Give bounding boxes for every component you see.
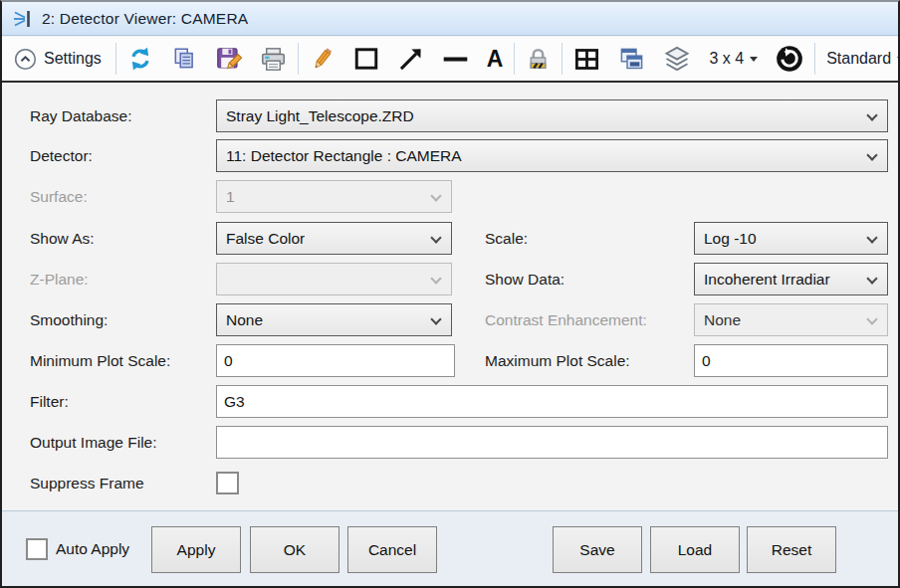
detector-viewer-window: 2: Detector Viewer: CAMERA Settings bbox=[0, 0, 900, 588]
filter-label: Filter: bbox=[30, 385, 69, 418]
ok-button[interactable]: OK bbox=[250, 526, 339, 573]
show-data-label: Show Data: bbox=[485, 263, 564, 295]
settings-form: Ray Database: Stray Light_Telescope.ZRD … bbox=[2, 85, 898, 512]
draw-text-icon[interactable]: A bbox=[484, 41, 507, 77]
chevron-down-icon bbox=[430, 273, 441, 284]
toolbar-separator bbox=[814, 43, 815, 75]
toolbar: Settings bbox=[2, 37, 898, 83]
detector-value: 11: Detector Rectangle : CAMERA bbox=[226, 147, 462, 165]
minimum-plot-scale-input[interactable] bbox=[216, 344, 455, 377]
lock-icon[interactable] bbox=[523, 41, 554, 77]
contrast-enhancement-value: None bbox=[704, 311, 741, 329]
chevron-down-icon bbox=[866, 149, 877, 160]
chevron-down-icon bbox=[430, 190, 441, 201]
layers-icon[interactable] bbox=[660, 41, 694, 77]
scale-value: Log -10 bbox=[704, 230, 757, 248]
chevron-down-icon bbox=[866, 232, 877, 243]
z-plane-label: Z-Plane: bbox=[30, 263, 89, 295]
draw-rectangle-icon[interactable] bbox=[350, 41, 382, 77]
chevron-down-icon bbox=[430, 313, 441, 324]
draw-pencil-icon[interactable] bbox=[307, 41, 338, 77]
refresh-icon[interactable] bbox=[124, 41, 156, 77]
caret-down-icon bbox=[897, 57, 898, 62]
save-image-icon[interactable] bbox=[212, 41, 245, 77]
ray-database-value: Stray Light_Telescope.ZRD bbox=[226, 107, 414, 125]
print-icon[interactable] bbox=[257, 41, 290, 77]
settings-label: Settings bbox=[44, 50, 102, 68]
grid-size-label: 3 x 4 bbox=[709, 50, 744, 68]
suppress-frame-label: Suppress Frame bbox=[30, 467, 144, 499]
auto-apply-label: Auto Apply bbox=[56, 538, 129, 560]
show-as-select[interactable]: False Color bbox=[216, 222, 452, 255]
copy-icon[interactable] bbox=[168, 41, 200, 77]
maximum-plot-scale-label: Maximum Plot Scale: bbox=[485, 344, 630, 377]
detector-viewer-icon bbox=[12, 8, 34, 30]
z-plane-select bbox=[216, 263, 452, 295]
output-image-file-input[interactable] bbox=[216, 426, 888, 459]
window-split-icon[interactable] bbox=[570, 41, 603, 77]
draw-arrow-icon[interactable] bbox=[394, 41, 427, 77]
scale-label: Scale: bbox=[485, 222, 528, 255]
contrast-enhancement-select: None bbox=[694, 303, 888, 336]
output-image-file-label: Output Image File: bbox=[30, 426, 157, 459]
contrast-enhancement-label: Contrast Enhancement: bbox=[485, 303, 647, 336]
smoothing-value: None bbox=[226, 311, 263, 329]
caret-down-icon bbox=[750, 57, 758, 62]
chevron-up-circle-icon bbox=[14, 48, 37, 71]
chevron-down-icon bbox=[866, 109, 877, 120]
footer-bar: Auto Apply Apply OK Cancel Save Load Res… bbox=[2, 510, 898, 586]
ray-database-label: Ray Database: bbox=[30, 99, 132, 132]
ray-database-select[interactable]: Stray Light_Telescope.ZRD bbox=[216, 99, 888, 132]
filter-input[interactable] bbox=[216, 385, 888, 418]
toolbar-separator bbox=[115, 43, 116, 75]
chevron-down-icon bbox=[866, 313, 877, 324]
detector-label: Detector: bbox=[30, 139, 93, 172]
auto-apply-checkbox[interactable] bbox=[26, 538, 48, 560]
surface-label: Surface: bbox=[30, 180, 88, 213]
reset-button[interactable]: Reset bbox=[747, 526, 836, 573]
save-button[interactable]: Save bbox=[553, 526, 642, 573]
toolbar-separator bbox=[562, 43, 562, 75]
settings-button[interactable]: Settings bbox=[14, 41, 108, 77]
toolbar-separator bbox=[514, 43, 515, 75]
show-as-value: False Color bbox=[226, 230, 305, 248]
chevron-down-icon bbox=[430, 232, 441, 243]
grid-size-dropdown[interactable]: 3 x 4 bbox=[706, 41, 761, 77]
chevron-down-icon bbox=[866, 273, 877, 284]
detector-select[interactable]: 11: Detector Rectangle : CAMERA bbox=[216, 139, 888, 172]
standard-dropdown-label: Standard bbox=[826, 50, 891, 68]
window-title: 2: Detector Viewer: CAMERA bbox=[42, 10, 248, 28]
cancel-button[interactable]: Cancel bbox=[347, 526, 437, 573]
title-bar: 2: Detector Viewer: CAMERA bbox=[2, 2, 898, 36]
surface-value: 1 bbox=[226, 188, 235, 206]
show-data-value: Incoherent Irradiar bbox=[704, 271, 830, 289]
standard-dropdown[interactable]: Standard bbox=[823, 41, 898, 77]
surface-select: 1 bbox=[216, 180, 452, 213]
load-button[interactable]: Load bbox=[650, 526, 740, 573]
cascade-windows-icon[interactable] bbox=[615, 41, 648, 77]
reset-rotation-icon[interactable] bbox=[773, 41, 806, 77]
toolbar-separator bbox=[298, 43, 299, 75]
smoothing-label: Smoothing: bbox=[30, 303, 108, 336]
suppress-frame-checkbox[interactable] bbox=[216, 472, 239, 494]
scale-select[interactable]: Log -10 bbox=[694, 222, 888, 255]
draw-line-icon[interactable] bbox=[439, 41, 472, 77]
smoothing-select[interactable]: None bbox=[216, 303, 452, 336]
show-data-select[interactable]: Incoherent Irradiar bbox=[694, 263, 888, 295]
maximum-plot-scale-input[interactable] bbox=[694, 344, 888, 377]
show-as-label: Show As: bbox=[30, 222, 95, 255]
apply-button[interactable]: Apply bbox=[151, 526, 241, 573]
minimum-plot-scale-label: Minimum Plot Scale: bbox=[30, 344, 170, 377]
